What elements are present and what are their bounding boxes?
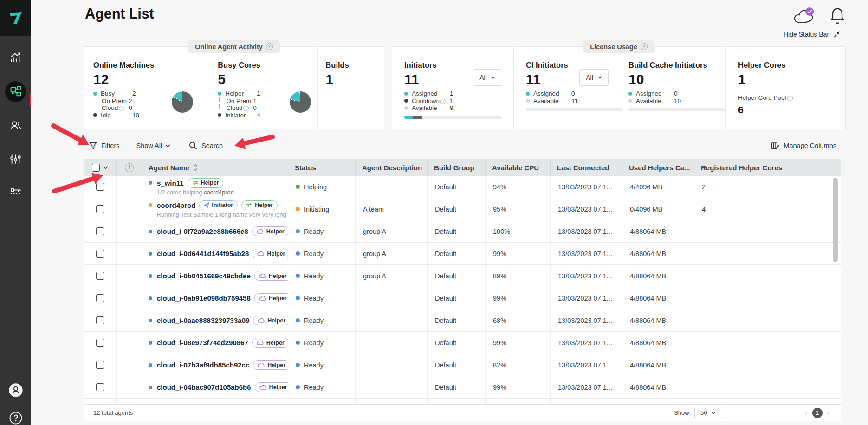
usage-progress-bar [526, 108, 623, 111]
metric-filter-dropdown[interactable]: All [579, 69, 609, 86]
hide-status-bar-button[interactable]: Hide Status Bar [784, 31, 841, 38]
app-logo [0, 0, 31, 36]
row-checkbox[interactable] [96, 250, 104, 258]
metric-title: Build Cache Initiators [628, 61, 725, 70]
select-menu-chevron-icon[interactable] [103, 166, 108, 169]
agent-name-line: cloud_i-0aae8883239733a09Helper [149, 316, 288, 325]
metric-title: Busy Cores [218, 61, 317, 70]
sidebar-item-profile[interactable] [0, 380, 31, 400]
vertical-scrollbar-thumb[interactable] [833, 178, 838, 262]
metric-legend: Assigned0Available11 [526, 90, 616, 104]
table-row[interactable]: cloud_i-0aae8883239733a09HelperReadyDefa… [84, 309, 841, 332]
info-icon[interactable]: i [440, 99, 446, 104]
table-row[interactable]: cloud_i-0d6441d144f95ab28HelperReadygrou… [84, 243, 841, 265]
table-row[interactable]: cloud_i-0f72a9a2e88b666e8HelperReadygrou… [84, 220, 841, 243]
total-agents-label: 12 total agents [93, 409, 133, 416]
show-all-dropdown[interactable]: Show All [136, 142, 170, 149]
tree-connector [219, 97, 224, 102]
row-alert-cell [117, 220, 142, 242]
last-connected-cell: 13/03/2023 07:1... [551, 243, 622, 264]
sidebar-item-license[interactable] [0, 181, 31, 202]
manage-columns-button[interactable]: Manage Columns [771, 142, 836, 150]
page-size-select[interactable]: 50 [694, 407, 721, 419]
agent-name-line: cloud_i-0b0451669c49cbdeeHelper [149, 271, 288, 281]
row-checkbox[interactable] [96, 316, 104, 324]
table-toolbar: Filters Show All Search Manage Columns [84, 137, 841, 154]
legend-value: 4 [257, 112, 260, 119]
table-row[interactable]: s_win11Helper1/2 cores helping coord4pro… [84, 176, 841, 198]
sidebar-item-help[interactable] [0, 408, 31, 425]
row-checkbox-cell [84, 265, 117, 287]
legend-label: Available [412, 104, 450, 111]
row-checkbox[interactable] [96, 183, 104, 191]
column-header-agent-name[interactable]: Agent Name [142, 159, 288, 176]
last-connected-cell: 13/03/2023 07:1... [551, 198, 622, 220]
metric-filter-dropdown[interactable]: All [473, 69, 502, 86]
legend-row: Assigned0 [526, 90, 616, 97]
status-cell: Ready [288, 332, 356, 354]
prev-page-button[interactable]: ‹ [805, 409, 807, 417]
info-icon[interactable]: i [787, 96, 793, 101]
cloud-icon [257, 340, 264, 345]
sidebar-item-settings[interactable] [0, 148, 31, 169]
chevron-down-icon [597, 76, 602, 79]
agent-name-cell: s_win11Helper1/2 cores helping coord4pro… [142, 176, 288, 198]
next-page-button[interactable]: › [827, 409, 829, 417]
notifications-bell-button[interactable] [829, 6, 846, 25]
sidebar-item-users[interactable] [0, 115, 31, 135]
row-checkbox[interactable] [96, 205, 104, 213]
available-cpu-cell: 68% [486, 309, 551, 331]
metric-value: 10 [628, 71, 725, 88]
table-row[interactable]: coord4prodInitiatorHelperRunning Test Sa… [84, 198, 841, 220]
table-row[interactable]: cloud_i-0b0451669c49cbdeeHelperReadygrou… [84, 265, 841, 287]
hide-status-bar-label: Hide Status Bar [784, 31, 829, 38]
cloud-status-button[interactable] [792, 6, 816, 26]
table-row[interactable]: cloud_i-04bac907d105ab6b6HelperReadyDefa… [84, 376, 841, 399]
current-page-button[interactable]: 1 [812, 408, 823, 418]
legend-value: 0 [571, 90, 575, 97]
manage-columns-icon [771, 142, 780, 150]
cloud-icon [258, 362, 265, 367]
column-header-label: Registered Helper Cores [701, 164, 782, 172]
initiator-badge: Initiator [199, 200, 238, 210]
red-arrow-filters [53, 126, 80, 140]
sidebar-item-agents[interactable] [0, 81, 31, 102]
table-row[interactable]: cloud_i-07b3af9db85cb92ccHelperReadyDefa… [84, 354, 841, 376]
agent-name: cloud_i-07b3af9db85cb92cc [157, 361, 249, 369]
sort-icon[interactable] [193, 164, 198, 171]
sidebar-item-dashboard[interactable] [0, 47, 31, 68]
select-all-checkbox[interactable] [92, 164, 100, 172]
table-row[interactable]: cloud_i-0ab91e098db759458HelperReadyDefa… [84, 287, 841, 309]
table-footer: 12 total agents Show: 50 ‹ 1 › [84, 404, 841, 421]
agent-name-line: cloud_i-07b3af9db85cb92ccHelper [149, 360, 288, 370]
analytics-chart-icon [9, 52, 22, 64]
table-row[interactable]: cloud_i-08e973f74ed290867HelperReadyDefa… [84, 332, 841, 354]
row-checkbox[interactable] [96, 294, 104, 302]
bar-segment [413, 116, 422, 119]
legend-label: On Prem [226, 97, 253, 104]
agent-name: cloud_i-04bac907d105ab6b6 [157, 383, 251, 391]
row-checkbox[interactable] [96, 361, 104, 369]
column-header-registered-helper-cores: Registered Helper Cores [694, 159, 841, 176]
cloud-icon [257, 251, 265, 256]
sliders-icon [9, 153, 22, 165]
build-group-cell: Default [428, 265, 486, 287]
row-checkbox[interactable] [96, 227, 104, 235]
column-header-label: Available CPU [492, 164, 539, 172]
legend-dot [404, 106, 408, 110]
info-icon[interactable]: i [243, 106, 249, 111]
helper-badge: Helper [188, 178, 224, 188]
row-checkbox[interactable] [96, 272, 104, 280]
filters-button[interactable]: Filters [89, 142, 119, 150]
metric-value: 1 [738, 71, 845, 88]
badge-label: Helper [269, 273, 287, 279]
row-alert-cell [117, 309, 142, 331]
search-button[interactable]: Search [189, 142, 223, 150]
badge-label: Helper [267, 317, 285, 324]
row-checkbox[interactable] [96, 339, 104, 347]
row-checkbox[interactable] [96, 383, 104, 391]
sidebar [0, 0, 31, 425]
badge-label: Helper [269, 295, 287, 302]
info-icon[interactable]: i [119, 106, 124, 111]
legend-label: Cooldowni [412, 97, 450, 104]
